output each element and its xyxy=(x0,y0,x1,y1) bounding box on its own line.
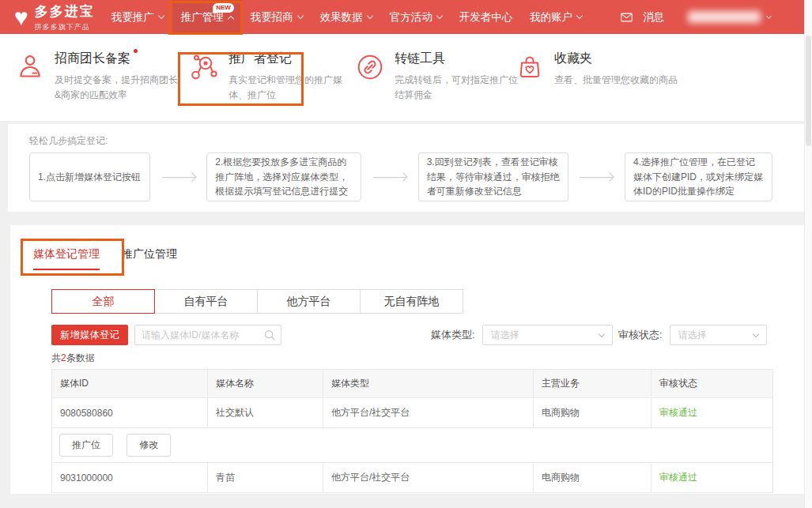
chevron-down-icon xyxy=(752,330,758,337)
step-text: 4.选择推广位管理，在已登记媒体下创建PID，或对未绑定媒体ID的PID批量操作… xyxy=(633,155,764,199)
col-header-media-name: 媒体名称 xyxy=(208,370,323,398)
nav-item-official-activities[interactable]: 官方活动 xyxy=(381,0,451,34)
link-icon xyxy=(356,53,384,81)
card-link-conversion-tool[interactable]: 转链工具 完成转链后，可对指定推广位结算佣金 xyxy=(356,51,519,103)
nav-menu: 我要推广 推广管理 NEW 我要招商 效果数据 官方活动 开发者中心 我的账户 xyxy=(103,0,591,34)
chevron-down-icon xyxy=(297,12,304,18)
registration-steps-panel: 轻松几步搞定登记: 1.点击新增媒体登记按钮 2.根据您要投放多多进宝商品的推广… xyxy=(8,124,804,212)
nav-item-developer-center[interactable]: 开发者中心 xyxy=(451,0,522,34)
filter-tab-own-platform[interactable]: 自有平台 xyxy=(154,289,258,314)
card-desc: 完成转链后，可对指定推广位结算佣金 xyxy=(395,73,519,103)
step-2: 2.根据您要投放多多进宝商品的推广阵地，选择对应媒体类型，根据提示填写登记信息进… xyxy=(206,152,361,201)
nav-item-merchant[interactable]: 我要招商 xyxy=(242,0,312,34)
cell-media-type: 他方平台/社交平台 xyxy=(323,463,534,493)
person-icon xyxy=(16,53,44,81)
tab-media-registration[interactable]: 媒体登记管理 xyxy=(33,247,100,270)
scrollbar-thumb[interactable] xyxy=(806,36,811,146)
vertical-scrollbar[interactable] xyxy=(804,0,812,508)
col-header-audit-status: 审核状态 xyxy=(651,370,773,398)
search-icon[interactable] xyxy=(264,329,275,341)
media-registration-panel: 媒体登记管理 推广位管理 全部 自有平台 他方平台 无自有阵地 新增媒体登记 媒… xyxy=(10,225,804,494)
nav-item-promotion-management[interactable]: 推广管理 NEW xyxy=(172,0,242,34)
nav-item-promote[interactable]: 我要推广 xyxy=(103,0,172,34)
edit-button[interactable]: 修改 xyxy=(127,434,171,457)
media-search-box xyxy=(134,325,281,345)
step-3: 3.回到登记列表，查看登记审核结果，等待审核通过，审核拒绝者可重新修改登记信息 xyxy=(418,152,568,201)
table-row[interactable]: 9080580860 社交默认 他方平台/社交平台 电商购物 审核通过 xyxy=(52,398,773,428)
nav-item-label: 官方活动 xyxy=(390,10,432,24)
cell-media-name: 青苗 xyxy=(208,463,323,493)
cell-media-type: 他方平台/社交平台 xyxy=(323,398,534,428)
select-placeholder: 请选择 xyxy=(491,329,519,342)
user-menu[interactable] xyxy=(688,11,771,23)
nav-item-label: 我的账户 xyxy=(530,10,572,24)
status-badge: 审核通过 xyxy=(651,463,773,493)
cell-media-id: 9080580860 xyxy=(52,398,208,428)
card-merchant-leader-filing[interactable]: 招商团长备案 及时提交备案，提升招商团长&商家的匹配效率 xyxy=(16,51,179,103)
col-header-media-id: 媒体ID xyxy=(52,370,208,398)
messages-label: 消息 xyxy=(643,10,664,24)
chevron-down-icon xyxy=(766,13,772,19)
app-logo[interactable]: ♥ 多多进宝 拼多多旗下产品 xyxy=(14,2,95,32)
primary-tabs: 媒体登记管理 推广位管理 xyxy=(33,247,177,270)
audit-status-select[interactable]: 请选择 xyxy=(670,325,767,345)
chevron-down-icon xyxy=(598,330,604,337)
card-desc: 查看、批量管理您收藏的商品 xyxy=(554,73,679,88)
filter-tab-no-own-base[interactable]: 无自有阵地 xyxy=(360,289,463,314)
feature-cards-row: 招商团长备案 及时提交备案，提升招商团长&商家的匹配效率 推广者登记 真实登记和… xyxy=(0,34,804,121)
step-text: 3.回到登记列表，查看登记审核结果，等待审核通过，审核拒绝者可重新修改登记信息 xyxy=(427,155,560,199)
nav-item-label: 我要推广 xyxy=(111,10,154,24)
top-navbar: ♥ 多多进宝 拼多多旗下产品 我要推广 推广管理 NEW 我要招商 效果数据 官… xyxy=(0,0,804,34)
nav-item-label: 效果数据 xyxy=(320,10,363,24)
chevron-down-icon xyxy=(367,12,373,18)
heart-logo-icon: ♥ xyxy=(14,6,28,29)
user-name-blurred xyxy=(688,11,761,23)
arrow-right-icon xyxy=(568,177,625,178)
bag-icon xyxy=(516,53,544,81)
arrow-right-icon xyxy=(150,177,206,178)
table-toolbar: 新增媒体登记 媒体类型: 请选择 审核状态: 请选择 xyxy=(51,325,772,346)
add-media-button[interactable]: 新增媒体登记 xyxy=(51,325,128,345)
new-badge: NEW xyxy=(213,3,234,13)
network-icon xyxy=(190,53,218,81)
card-favorites[interactable]: 收藏夹 查看、批量管理您收藏的商品 xyxy=(516,51,679,88)
filter-tab-third-party[interactable]: 他方平台 xyxy=(257,289,361,314)
cell-business: 电商购物 xyxy=(534,398,651,428)
step-1: 1.点击新增媒体登记按钮 xyxy=(29,152,150,201)
envelope-icon xyxy=(621,13,633,22)
card-promoter-registration[interactable]: 推广者登记 真实登记和管理您的推广媒体、推广位 xyxy=(190,51,353,103)
col-header-media-type: 媒体类型 xyxy=(323,370,534,398)
select-placeholder: 请选择 xyxy=(678,329,707,342)
chevron-down-icon xyxy=(436,12,443,18)
chevron-down-icon xyxy=(158,12,164,18)
step-text: 1.点击新增媒体登记按钮 xyxy=(38,170,141,185)
steps-heading: 轻松几步搞定登记: xyxy=(29,134,108,148)
notification-dot xyxy=(134,49,138,53)
chevron-up-icon xyxy=(228,15,234,21)
media-type-select[interactable]: 请选择 xyxy=(482,325,613,345)
media-search-input[interactable] xyxy=(135,329,264,341)
nav-right-group: 消息 xyxy=(621,0,771,34)
step-text: 2.根据您要投放多多进宝商品的推广阵地，选择对应媒体类型，根据提示填写登记信息进… xyxy=(215,155,353,199)
table-row[interactable]: 9031000000 青苗 他方平台/社交平台 电商购物 审核通过 xyxy=(52,463,773,493)
row-actions: 推广位 修改 xyxy=(52,428,773,463)
media-table: 媒体ID 媒体名称 媒体类型 主营业务 审核状态 9080580860 社交默认… xyxy=(51,369,772,493)
nav-item-my-account[interactable]: 我的账户 xyxy=(521,0,591,34)
card-desc: 及时提交备案，提升招商团长&商家的匹配效率 xyxy=(55,73,179,103)
cell-media-name: 社交默认 xyxy=(208,398,323,428)
platform-filter-tabs: 全部 自有平台 他方平台 无自有阵地 xyxy=(51,289,463,314)
media-type-filter: 媒体类型: 请选择 xyxy=(431,325,613,345)
promotion-position-button[interactable]: 推广位 xyxy=(59,434,113,457)
logo-title: 多多进宝 xyxy=(35,2,95,21)
card-title: 收藏夹 xyxy=(554,51,592,67)
messages-button[interactable]: 消息 xyxy=(621,10,664,24)
nav-item-performance-data[interactable]: 效果数据 xyxy=(312,0,381,34)
filter-tab-all[interactable]: 全部 xyxy=(51,289,155,314)
tab-promotion-position[interactable]: 推广位管理 xyxy=(122,247,177,270)
steps-row: 1.点击新增媒体登记按钮 2.根据您要投放多多进宝商品的推广阵地，选择对应媒体类… xyxy=(29,152,772,201)
card-title: 转链工具 xyxy=(395,51,445,67)
step-4: 4.选择推广位管理，在已登记媒体下创建PID，或对未绑定媒体ID的PID批量操作… xyxy=(625,152,772,201)
card-desc: 真实登记和管理您的推广媒体、推广位 xyxy=(228,73,353,103)
card-title: 招商团长备案 xyxy=(55,51,130,67)
result-count: 共2条数据 xyxy=(51,352,95,365)
